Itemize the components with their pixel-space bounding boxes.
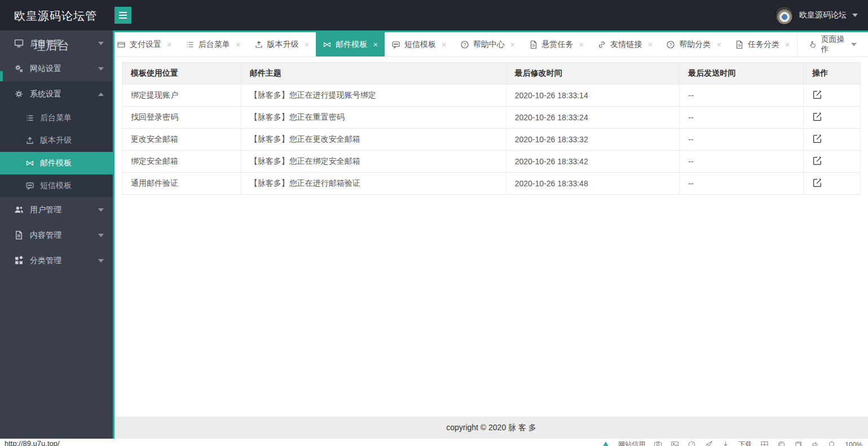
edit-button[interactable] bbox=[812, 156, 822, 166]
upload-icon bbox=[254, 40, 263, 49]
copyright-text: copyright © 2020 脉 客 多 bbox=[446, 423, 536, 433]
tab-payment-settings[interactable]: 支付设置× bbox=[114, 32, 179, 56]
status-url: http://89.u7u.top/ bbox=[5, 439, 60, 446]
zoom-level[interactable]: 100% bbox=[845, 441, 862, 446]
template-position-cell: 更改安全邮箱 bbox=[122, 129, 241, 151]
close-icon[interactable]: × bbox=[236, 40, 241, 49]
footer: copyright © 2020 脉 客 多 bbox=[114, 417, 868, 439]
tab-version-upgrade[interactable]: 版本升级× bbox=[248, 32, 316, 56]
pay-icon bbox=[117, 40, 126, 49]
site-credit-label[interactable]: 网站信用 bbox=[618, 440, 645, 446]
help-icon: ? bbox=[460, 40, 469, 49]
modified-time-cell: 2020-10-26 18:33:24 bbox=[506, 107, 680, 129]
sidebar-item-backend-menu[interactable]: 后台菜单 bbox=[0, 107, 113, 129]
chevron-down-icon bbox=[852, 14, 858, 17]
browser-logo[interactable] bbox=[602, 441, 610, 446]
edit-button[interactable] bbox=[812, 112, 822, 122]
sidebar-item-label: 内容管理 bbox=[30, 230, 61, 241]
template-position-cell: 通用邮件验证 bbox=[122, 173, 241, 195]
tab-label: 帮助中心 bbox=[473, 40, 505, 50]
edit-button[interactable] bbox=[812, 90, 822, 100]
operation-cell bbox=[804, 85, 861, 107]
tab-label: 任务分类 bbox=[748, 40, 779, 50]
user-name: 欧皇源码论坛 bbox=[799, 10, 847, 20]
screenshot-icon bbox=[654, 440, 662, 446]
sidebar-item-category-manage[interactable]: 分类管理 bbox=[0, 248, 113, 273]
close-icon[interactable]: × bbox=[716, 40, 721, 49]
sidebar-item-user-manage[interactable]: 用户管理 bbox=[0, 197, 113, 222]
page-operations-dropdown[interactable]: 页面操作 bbox=[797, 32, 868, 56]
list-icon bbox=[186, 40, 195, 49]
sidebar-item-site-settings[interactable]: 网站设置 bbox=[0, 56, 113, 81]
column-header: 最后发送时间 bbox=[680, 63, 804, 85]
sidebar-item-backend-manage[interactable]: 后台管理理后台 bbox=[0, 30, 113, 56]
table-row: 通用邮件验证【脉客多】您正在进行邮箱验证2020-10-26 18:33:48-… bbox=[122, 173, 861, 195]
doc-icon bbox=[529, 40, 538, 49]
close-icon[interactable]: × bbox=[579, 40, 584, 49]
monitor-icon bbox=[14, 38, 24, 48]
grid-icon bbox=[14, 256, 24, 265]
close-icon[interactable]: × bbox=[510, 40, 515, 49]
admin-app: 欧皇源码论坛管 欧皇源码论坛 后台管理理后台网站设置系统设置后台菜单版本升级邮件… bbox=[0, 0, 868, 446]
page-operations-label: 页面操作 bbox=[821, 34, 847, 55]
avatar bbox=[775, 6, 794, 25]
download-arrow-icon bbox=[721, 440, 730, 446]
sidebar-item-label: 系统设置 bbox=[30, 89, 61, 99]
mail-icon bbox=[323, 40, 332, 49]
window-icon bbox=[794, 440, 803, 446]
sidebar-item-system-settings[interactable]: 系统设置 bbox=[0, 81, 113, 107]
tab-bar: 支付设置×后台菜单×版本升级×邮件模板×短信模板×?帮助中心×悬赏任务×友情链接… bbox=[114, 30, 868, 57]
tab-friend-links[interactable]: 友情链接× bbox=[591, 32, 659, 56]
sidebar-item-content-manage[interactable]: 内容管理 bbox=[0, 222, 113, 248]
tab-reward-task[interactable]: 悬赏任务× bbox=[522, 32, 591, 56]
mail-subject-cell: 【脉客多】您正在绑定安全邮箱 bbox=[241, 151, 506, 173]
download-label[interactable]: 下载 bbox=[738, 440, 752, 446]
user-menu[interactable]: 欧皇源码论坛 bbox=[775, 0, 858, 30]
sidebar-item-sms-template[interactable]: 短信模板 bbox=[0, 174, 113, 197]
sidebar-item-label: 后台管理 bbox=[30, 38, 61, 49]
submenu-system-settings: 后台菜单版本升级邮件模板短信模板 bbox=[0, 107, 113, 197]
email-template-table: 模板使用位置邮件主题最后修改时间最后发送时间操作 绑定提现账户【脉客多】您正在进… bbox=[122, 62, 861, 195]
tab-help-category[interactable]: ?帮助分类× bbox=[659, 32, 728, 56]
chevron-down-icon bbox=[98, 208, 104, 212]
mail-icon bbox=[25, 159, 34, 168]
help-icon: ? bbox=[666, 40, 675, 49]
tab-label: 邮件模板 bbox=[336, 40, 367, 50]
list-icon bbox=[25, 113, 34, 123]
svg-text:?: ? bbox=[669, 42, 672, 47]
main-area: 支付设置×后台菜单×版本升级×邮件模板×短信模板×?帮助中心×悬赏任务×友情链接… bbox=[114, 30, 868, 439]
tab-backend-menu[interactable]: 后台菜单× bbox=[179, 32, 248, 56]
close-icon[interactable]: × bbox=[305, 40, 310, 49]
close-icon[interactable]: × bbox=[167, 40, 172, 49]
tab-label: 悬赏任务 bbox=[542, 40, 574, 50]
top-header: 欧皇源码论坛管 欧皇源码论坛 bbox=[0, 0, 868, 30]
svg-text:?: ? bbox=[463, 42, 466, 47]
close-icon[interactable]: × bbox=[647, 40, 653, 49]
close-icon[interactable]: × bbox=[785, 40, 790, 49]
edit-button[interactable] bbox=[812, 178, 822, 188]
sidebar-item-version-upgrade[interactable]: 版本升级 bbox=[0, 129, 113, 152]
close-icon[interactable]: × bbox=[373, 40, 378, 49]
close-icon[interactable]: × bbox=[442, 40, 447, 49]
table-row: 更改安全邮箱【脉客多】您正在更改安全邮箱2020-10-26 18:33:32-… bbox=[122, 129, 861, 151]
content-panel: 模板使用位置邮件主题最后修改时间最后发送时间操作 绑定提现账户【脉客多】您正在进… bbox=[114, 57, 868, 417]
tab-email-template[interactable]: 邮件模板× bbox=[316, 32, 385, 56]
hamburger-menu-button[interactable] bbox=[114, 7, 131, 24]
column-header: 最后修改时间 bbox=[506, 63, 680, 85]
chevron-down-icon bbox=[98, 67, 104, 71]
tab-help-center[interactable]: ?帮助中心× bbox=[453, 32, 522, 56]
sidebar-item-email-template[interactable]: 邮件模板 bbox=[0, 152, 113, 174]
sent-time-cell: -- bbox=[680, 107, 804, 129]
edit-button[interactable] bbox=[812, 134, 822, 144]
sent-time-cell: -- bbox=[680, 129, 804, 151]
tab-label: 后台菜单 bbox=[199, 40, 230, 50]
zoom-search-icon bbox=[828, 440, 836, 446]
modified-time-cell: 2020-10-26 18:33:14 bbox=[506, 85, 680, 107]
sidebar-item-label: 后台菜单 bbox=[40, 113, 72, 123]
sidebar-item-label: 网站设置 bbox=[30, 64, 61, 74]
tab-task-category[interactable]: 任务分类× bbox=[728, 32, 797, 56]
mode-icon bbox=[777, 440, 786, 446]
tab-sms-template[interactable]: 短信模板× bbox=[385, 32, 453, 56]
apps-grid-icon bbox=[760, 440, 769, 446]
chevron-up-icon bbox=[98, 93, 104, 96]
